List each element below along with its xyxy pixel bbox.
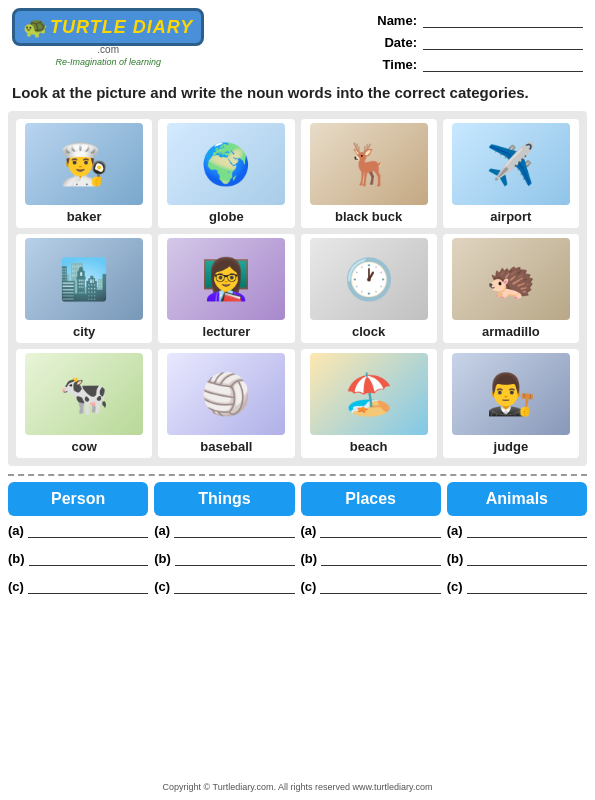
image-box-baker: 👨‍🍳 bbox=[25, 123, 143, 205]
image-cell-lecturer: 👩‍🏫 lecturer bbox=[158, 234, 294, 343]
image-box-globe: 🌍 bbox=[167, 123, 285, 205]
answer-line-things[interactable] bbox=[174, 522, 294, 538]
date-row: Date: bbox=[377, 34, 583, 50]
date-input-line bbox=[423, 34, 583, 50]
answer-col-places: (a) (b) (c) bbox=[301, 522, 441, 594]
name-label: Name: bbox=[377, 13, 417, 28]
answer-line-places[interactable] bbox=[320, 578, 440, 594]
category-btn-places[interactable]: Places bbox=[301, 482, 441, 516]
image-cell-beach: 🏖️ beach bbox=[301, 349, 437, 458]
image-box-beach: 🏖️ bbox=[310, 353, 428, 435]
dashed-separator bbox=[8, 474, 587, 476]
image-box-armadillo: 🦔 bbox=[452, 238, 570, 320]
name-row: Name: bbox=[377, 12, 583, 28]
answer-row-places-(a): (a) bbox=[301, 522, 441, 538]
image-grid: 👨‍🍳 baker 🌍 globe 🦌 black buck ✈️ airpor… bbox=[16, 119, 579, 458]
logo-box: 🐢 TURTLE DIARY bbox=[12, 8, 204, 46]
image-cell-clock: 🕐 clock bbox=[301, 234, 437, 343]
image-label-baker: baker bbox=[67, 209, 102, 224]
image-cell-city: 🏙️ city bbox=[16, 234, 152, 343]
image-label-judge: judge bbox=[494, 439, 529, 454]
answer-row-places-(b): (b) bbox=[301, 550, 441, 566]
image-cell-baker: 👨‍🍳 baker bbox=[16, 119, 152, 228]
answer-prefix: (c) bbox=[8, 579, 24, 594]
name-input-line bbox=[423, 12, 583, 28]
answer-row-things-(a): (a) bbox=[154, 522, 294, 538]
answer-prefix: (b) bbox=[301, 551, 318, 566]
image-label-lecturer: lecturer bbox=[203, 324, 251, 339]
answer-prefix: (c) bbox=[301, 579, 317, 594]
image-box-cow: 🐄 bbox=[25, 353, 143, 435]
answer-row-animals-(b): (b) bbox=[447, 550, 587, 566]
image-grid-container: 👨‍🍳 baker 🌍 globe 🦌 black buck ✈️ airpor… bbox=[8, 111, 587, 466]
answer-line-things[interactable] bbox=[174, 578, 294, 594]
answer-line-things[interactable] bbox=[175, 550, 295, 566]
footer: Copyright © Turtlediary.com. All rights … bbox=[0, 774, 595, 796]
time-row: Time: bbox=[377, 56, 583, 72]
image-cell-cow: 🐄 cow bbox=[16, 349, 152, 458]
image-box-airport: ✈️ bbox=[452, 123, 570, 205]
image-box-lecturer: 👩‍🏫 bbox=[167, 238, 285, 320]
answer-line-person[interactable] bbox=[28, 578, 148, 594]
logo-com: .com bbox=[97, 44, 119, 55]
image-label-beach: beach bbox=[350, 439, 388, 454]
answer-prefix: (b) bbox=[154, 551, 171, 566]
answers: (a) (b) (c) (a) (b) (c) (a) (b) (c) (a bbox=[0, 522, 595, 594]
image-box-clock: 🕐 bbox=[310, 238, 428, 320]
image-label-city: city bbox=[73, 324, 95, 339]
image-label-blackbuck: black buck bbox=[335, 209, 402, 224]
answer-line-animals[interactable] bbox=[467, 578, 587, 594]
answer-line-animals[interactable] bbox=[467, 522, 587, 538]
answer-col-animals: (a) (b) (c) bbox=[447, 522, 587, 594]
image-box-blackbuck: 🦌 bbox=[310, 123, 428, 205]
image-box-judge: 👨‍⚖️ bbox=[452, 353, 570, 435]
image-label-airport: airport bbox=[490, 209, 531, 224]
answer-row-things-(c): (c) bbox=[154, 578, 294, 594]
image-box-baseball: 🏐 bbox=[167, 353, 285, 435]
image-cell-baseball: 🏐 baseball bbox=[158, 349, 294, 458]
answer-line-person[interactable] bbox=[29, 550, 149, 566]
image-label-globe: globe bbox=[209, 209, 244, 224]
instructions: Look at the picture and write the noun w… bbox=[0, 76, 595, 111]
answer-prefix: (b) bbox=[447, 551, 464, 566]
time-input-line bbox=[423, 56, 583, 72]
answer-prefix: (a) bbox=[447, 523, 463, 538]
answer-row-person-(a): (a) bbox=[8, 522, 148, 538]
image-cell-airport: ✈️ airport bbox=[443, 119, 579, 228]
answer-col-things: (a) (b) (c) bbox=[154, 522, 294, 594]
answer-line-places[interactable] bbox=[321, 550, 441, 566]
image-cell-armadillo: 🦔 armadillo bbox=[443, 234, 579, 343]
image-label-baseball: baseball bbox=[200, 439, 252, 454]
image-label-armadillo: armadillo bbox=[482, 324, 540, 339]
answer-prefix: (c) bbox=[154, 579, 170, 594]
answer-prefix: (a) bbox=[8, 523, 24, 538]
image-cell-judge: 👨‍⚖️ judge bbox=[443, 349, 579, 458]
image-box-city: 🏙️ bbox=[25, 238, 143, 320]
logo-tagline: Re-Imagination of learning bbox=[55, 57, 161, 67]
answer-line-animals[interactable] bbox=[467, 550, 587, 566]
turtle-icon: 🐢 bbox=[23, 15, 48, 39]
answer-row-person-(b): (b) bbox=[8, 550, 148, 566]
answer-row-animals-(c): (c) bbox=[447, 578, 587, 594]
answer-prefix: (a) bbox=[301, 523, 317, 538]
logo: 🐢 TURTLE DIARY .com Re-Imagination of le… bbox=[12, 8, 204, 67]
answer-row-animals-(a): (a) bbox=[447, 522, 587, 538]
answer-prefix: (c) bbox=[447, 579, 463, 594]
category-btn-things[interactable]: Things bbox=[154, 482, 294, 516]
answer-prefix: (b) bbox=[8, 551, 25, 566]
logo-text: TURTLE DIARY bbox=[50, 17, 193, 38]
answer-line-places[interactable] bbox=[320, 522, 440, 538]
category-btn-animals[interactable]: Animals bbox=[447, 482, 587, 516]
category-btn-person[interactable]: Person bbox=[8, 482, 148, 516]
answer-row-things-(b): (b) bbox=[154, 550, 294, 566]
time-label: Time: bbox=[377, 57, 417, 72]
image-label-cow: cow bbox=[71, 439, 96, 454]
image-cell-blackbuck: 🦌 black buck bbox=[301, 119, 437, 228]
date-label: Date: bbox=[377, 35, 417, 50]
answer-line-person[interactable] bbox=[28, 522, 148, 538]
answer-row-person-(c): (c) bbox=[8, 578, 148, 594]
answer-prefix: (a) bbox=[154, 523, 170, 538]
answer-row-places-(c): (c) bbox=[301, 578, 441, 594]
answer-col-person: (a) (b) (c) bbox=[8, 522, 148, 594]
header: 🐢 TURTLE DIARY .com Re-Imagination of le… bbox=[0, 0, 595, 76]
